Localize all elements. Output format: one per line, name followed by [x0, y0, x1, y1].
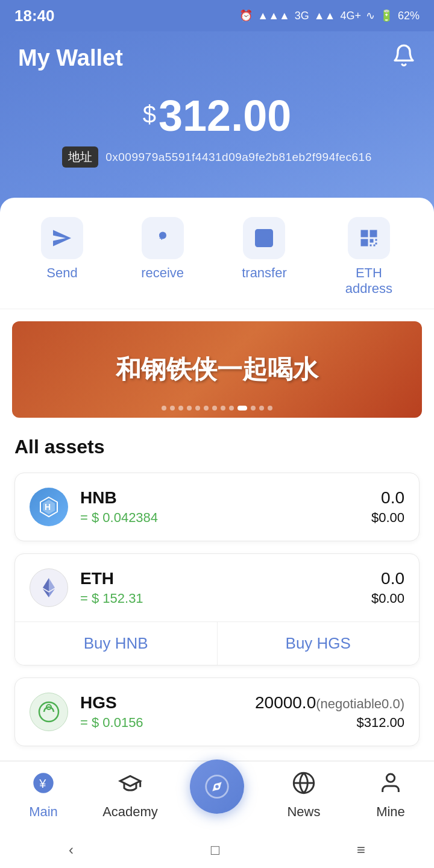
assets-section: All assets H HNB = $ 0.042384 0.0 $0.	[0, 418, 434, 770]
banner-text: 和钢铁侠一起喝水	[116, 353, 318, 386]
home-button[interactable]: □	[211, 841, 220, 858]
header: My Wallet $ 312.00 地址 0x009979a5591f4431…	[0, 31, 434, 216]
dot-6	[204, 406, 209, 410]
hgs-balance: 20000.0(negotiable0.0)	[255, 693, 404, 712]
battery-percent: 62%	[398, 10, 420, 22]
action-send[interactable]: Send	[41, 217, 83, 297]
dot-13	[268, 406, 272, 410]
hgs-usd: $312.00	[255, 715, 404, 731]
hgs-info: HGS = $ 0.0156	[80, 693, 255, 731]
system-nav-bar: ‹ □ ≡	[0, 832, 434, 868]
actions-row: Send ¥ receive transfer	[0, 198, 434, 309]
hgs-negotiable: (negotiable0.0)	[316, 696, 404, 711]
svg-rect-12	[375, 243, 377, 245]
svg-rect-7	[360, 239, 368, 247]
buy-hgs-button[interactable]: Buy HGS	[218, 622, 420, 665]
eth-usd: $0.00	[371, 591, 404, 606]
dot-11	[251, 406, 256, 410]
dot-1	[162, 406, 166, 410]
eth-balance: 0.0	[371, 569, 404, 588]
bell-icon[interactable]	[392, 43, 416, 73]
svg-marker-17	[43, 578, 49, 591]
balance-section: $ 312.00 地址 0x009979a5591f4431d09a9fe2b8…	[18, 91, 416, 168]
hgs-amounts: 20000.0(negotiable0.0) $312.00	[255, 693, 404, 731]
svg-rect-11	[373, 245, 375, 247]
network-3g: 3G	[295, 10, 309, 22]
hnb-asset-card[interactable]: H HNB = $ 0.042384 0.0 $0.00	[14, 473, 420, 541]
nav-academy-label: Academy	[102, 804, 158, 820]
nav-news-label: News	[287, 804, 320, 820]
hgs-asset-card[interactable]: HGS = $ 0.0156 20000.0(negotiable0.0) $3…	[14, 678, 420, 746]
action-receive[interactable]: ¥ receive	[141, 217, 184, 297]
nav-fab[interactable]	[181, 778, 253, 814]
nav-news[interactable]: News	[268, 771, 340, 820]
wifi-icon: ∿	[366, 9, 375, 22]
svg-text:¥: ¥	[159, 231, 165, 242]
menu-button[interactable]: ≡	[357, 841, 365, 858]
banner: 和钢铁侠一起喝水	[12, 321, 422, 418]
nav-main[interactable]: ¥ Main	[7, 771, 80, 820]
nav-mine-label: Mine	[376, 804, 405, 820]
signal-icon-2: ▲▲	[314, 10, 336, 22]
eth-info: ETH = $ 152.31	[80, 569, 371, 606]
currency-symbol: $	[143, 101, 156, 128]
dot-7	[212, 406, 217, 410]
hnb-name: HNB	[80, 488, 371, 508]
svg-rect-9	[375, 239, 377, 241]
svg-rect-5	[360, 230, 368, 237]
svg-marker-16	[49, 578, 55, 591]
dot-2	[170, 406, 175, 410]
eth-name: ETH	[80, 569, 371, 588]
transfer-label: transfer	[242, 265, 287, 281]
alarm-icon: ⏰	[239, 9, 253, 22]
main-card: Send ¥ receive transfer	[0, 198, 434, 770]
address-label: 地址	[62, 146, 98, 168]
nav-main-label: Main	[29, 804, 58, 820]
svg-text:H: H	[45, 502, 51, 512]
battery-icon: 🔋	[380, 9, 393, 22]
eth-address-label: ETH address	[345, 265, 393, 297]
receive-label: receive	[141, 265, 184, 281]
eth-icon	[30, 568, 68, 607]
hgs-icon	[30, 693, 68, 731]
eth-price: = $ 152.31	[80, 591, 371, 606]
buy-row: Buy HNB Buy HGS	[15, 621, 419, 665]
hgs-name: HGS	[80, 693, 255, 712]
fab-button[interactable]	[190, 760, 244, 814]
mine-icon	[379, 771, 403, 800]
hnb-amounts: 0.0 $0.00	[371, 488, 404, 526]
back-button[interactable]: ‹	[69, 841, 74, 858]
nav-academy[interactable]: Academy	[94, 771, 166, 820]
dot-4	[187, 406, 192, 410]
academy-icon	[118, 771, 142, 800]
hnb-price: = $ 0.042384	[80, 510, 371, 526]
action-transfer[interactable]: transfer	[242, 217, 287, 297]
main-icon: ¥	[31, 771, 55, 800]
page-title: My Wallet	[18, 45, 123, 71]
svg-rect-8	[370, 239, 373, 243]
bottom-nav: ¥ Main Academy	[0, 761, 434, 832]
dot-10	[237, 406, 247, 410]
signal-icon: ▲▲▲	[257, 10, 289, 22]
eth-amounts: 0.0 $0.00	[371, 569, 404, 606]
network-4g: 4G+	[340, 10, 361, 22]
buy-hnb-button[interactable]: Buy HNB	[15, 622, 218, 665]
hnb-balance: 0.0	[371, 488, 404, 508]
svg-rect-6	[370, 230, 377, 237]
balance-amount: 312.00	[159, 91, 291, 140]
dot-3	[178, 406, 183, 410]
assets-title: All assets	[14, 436, 420, 458]
action-eth-address[interactable]: ETH address	[345, 217, 393, 297]
hnb-icon: H	[30, 488, 68, 526]
banner-dots	[12, 406, 422, 410]
dot-5	[195, 406, 200, 410]
dot-9	[229, 406, 234, 410]
hgs-price: = $ 0.0156	[80, 715, 255, 731]
wallet-address: 0x009979a5591f4431d09a9fe2b81eb2f994fec6…	[105, 151, 372, 164]
nav-mine[interactable]: Mine	[354, 771, 427, 820]
svg-point-26	[215, 785, 219, 788]
svg-point-28	[386, 774, 394, 782]
status-time: 18:40	[14, 7, 55, 25]
status-icons: ⏰ ▲▲▲ 3G ▲▲ 4G+ ∿ 🔋 62%	[239, 9, 420, 22]
hnb-usd: $0.00	[371, 510, 404, 526]
